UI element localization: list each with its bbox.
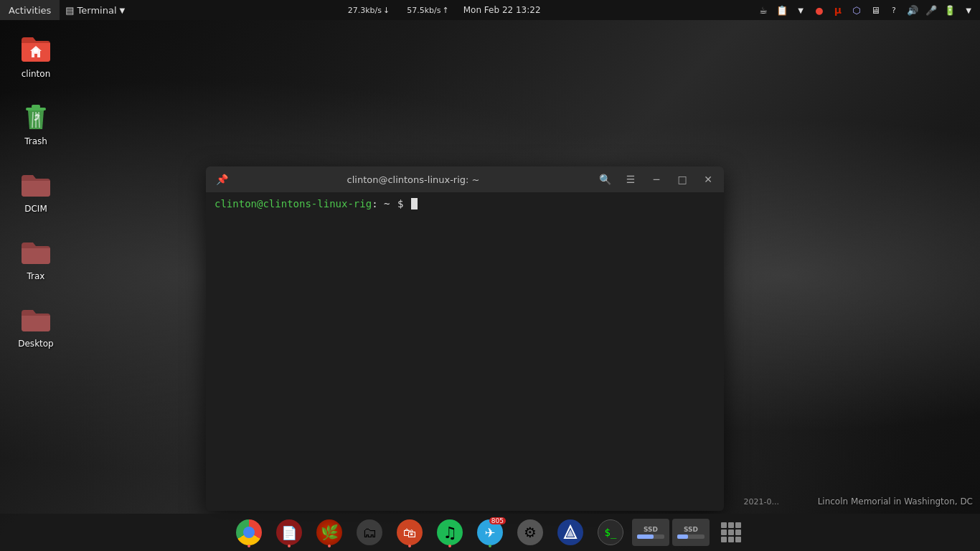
svg-rect-2: [32, 105, 40, 108]
terminal-minimize-button[interactable]: ─: [646, 169, 666, 189]
taskbar-mintmenu[interactable]: 🌿: [311, 516, 348, 549]
desktop-icon-dcim[interactable]: DCIM: [7, 164, 65, 217]
tray-menu-icon[interactable]: ▼: [960, 1, 977, 19]
desktop-icon-clinton[interactable]: clinton: [7, 29, 65, 82]
mintmenu-dot: [328, 545, 331, 547]
tray-dropdown-icon[interactable]: ▼: [792, 1, 809, 19]
topbar-center: 27.3kb/s ↓ 57.5kb/s ↑ Mon Feb 22 13:22: [131, 5, 755, 15]
evince-icon: 📄: [276, 519, 302, 545]
tray-help-icon[interactable]: ?: [885, 1, 903, 19]
datetime: Mon Feb 22 13:22: [463, 5, 541, 15]
taskbar-insync[interactable]: [552, 516, 589, 549]
taskbar-ssd1[interactable]: SSD: [632, 516, 669, 549]
appstore-icon: 🛍: [397, 519, 423, 545]
taskbar-telegram[interactable]: ✈ 805: [471, 516, 509, 549]
desktop-icon-desktop[interactable]: Desktop: [7, 298, 65, 352]
desktop: Activities ▤ Terminal ▼ 27.3kb/s ↓ 57.5k…: [0, 0, 980, 551]
maximize-icon: □: [677, 174, 687, 185]
ssd2-icon: SSD: [672, 519, 710, 546]
home-icon: [19, 32, 53, 66]
wallpaper-credit: Lincoln Memorial in Washington, DC: [818, 496, 973, 507]
telegram-badge: 805: [489, 517, 506, 524]
terminal-search-button[interactable]: 🔍: [595, 169, 615, 189]
terminal-icon: ▤: [65, 5, 74, 16]
desktop-icon-label: Desktop: [18, 339, 54, 349]
evince-dot: [288, 545, 291, 547]
taskbar-evince[interactable]: 📄: [270, 516, 308, 549]
hamburger-icon: ☰: [626, 174, 636, 185]
chrome-dot: [248, 545, 250, 547]
insync-icon: [557, 519, 583, 545]
upload-arrow-icon: ↑: [443, 6, 449, 15]
download-arrow-icon: ↓: [383, 6, 390, 15]
nemo-icon: 🗂: [357, 519, 382, 545]
close-icon: ✕: [704, 174, 712, 185]
terminal-close-button[interactable]: ✕: [698, 169, 718, 189]
activities-button[interactable]: Activities: [0, 0, 60, 20]
taskbar-appstore[interactable]: 🛍: [391, 516, 428, 549]
taskbar-spotify[interactable]: ♫: [431, 516, 468, 549]
terminal-body[interactable]: clinton@clintons-linux-rig : ~ $: [206, 192, 724, 511]
terminal-maximize-button[interactable]: □: [672, 169, 692, 189]
taskbar-ssd2[interactable]: SSD: [672, 516, 710, 549]
tray-coffee-icon[interactable]: ☕: [755, 1, 772, 19]
svg-line-5: [39, 112, 39, 128]
terminal-prompt: clinton@clintons-linux-rig : ~ $: [215, 198, 715, 209]
prompt-dollar: $: [391, 198, 409, 209]
ssd1-icon: SSD: [632, 519, 669, 546]
taskbar-terminal[interactable]: $_: [592, 516, 629, 549]
svg-rect-0: [34, 49, 38, 52]
prompt-path: : ~: [372, 198, 390, 209]
terminal-menu-hamburger[interactable]: ☰: [621, 169, 641, 189]
net-upload-speed: 57.5kb/s ↑: [404, 6, 452, 15]
spotify-dot: [448, 545, 451, 547]
tray-battery-icon[interactable]: 🔋: [941, 1, 958, 19]
terminal-titlebar: 📌 clinton@clintons-linux-rig: ~ 🔍 ☰ ─ □ …: [206, 166, 724, 192]
minimize-icon: ─: [654, 174, 659, 185]
terminal-window: 📌 clinton@clintons-linux-rig: ~ 🔍 ☰ ─ □ …: [206, 166, 724, 511]
svg-line-3: [32, 112, 33, 128]
settings-icon: ⚙: [517, 519, 543, 545]
tray-chrome-icon[interactable]: ●: [811, 1, 828, 19]
net-download-speed: 27.3kb/s ↓: [345, 6, 393, 15]
tray-mic-icon[interactable]: 🎤: [923, 1, 940, 19]
tray-volume-icon[interactable]: 🔊: [904, 1, 921, 19]
tray-insync-icon[interactable]: ⬡: [848, 1, 865, 19]
prompt-user: clinton@clintons-linux-rig: [215, 198, 372, 209]
taskbar-settings[interactable]: ⚙: [512, 516, 549, 549]
chevron-down-icon: ▼: [120, 6, 126, 14]
topbar-right: ☕ 📋 ▼ ● μ ⬡ 🖥 ? 🔊 🎤 🔋 ▼: [755, 1, 980, 19]
desktop-icons: clinton Trash: [7, 29, 65, 352]
appstore-dot: [408, 545, 411, 547]
terminal-cursor: [411, 198, 418, 209]
tray-ublock-icon[interactable]: μ: [829, 1, 847, 19]
desktop-folder-icon: [19, 301, 53, 336]
app-grid-icon: [721, 522, 741, 542]
terminal-title: clinton@clintons-linux-rig: ~: [237, 174, 589, 185]
spotify-icon: ♫: [437, 519, 463, 545]
pin-icon: 📌: [216, 174, 228, 185]
trax-folder-icon: [19, 234, 53, 268]
topbar: Activities ▤ Terminal ▼ 27.3kb/s ↓ 57.5k…: [0, 0, 980, 20]
taskbar: 📄 🌿 🗂 🛍 ♫: [0, 514, 980, 551]
clinton-icon-label: clinton: [22, 69, 51, 79]
telegram-dot: [489, 545, 491, 547]
taskbar-nemo[interactable]: 🗂: [351, 516, 388, 549]
tray-screen-icon[interactable]: 🖥: [867, 1, 884, 19]
wallpaper-date: 2021-0...: [744, 497, 779, 507]
terminal-pin-button[interactable]: 📌: [212, 169, 232, 189]
taskbar-chrome[interactable]: [230, 516, 268, 549]
desktop-icon-trash[interactable]: Trash: [7, 96, 65, 149]
mintmenu-icon: 🌿: [316, 519, 342, 545]
terminal-taskbar-icon: $_: [598, 519, 623, 545]
tray-clipboard-icon[interactable]: 📋: [773, 1, 791, 19]
desktop-icon-trax[interactable]: Trax: [7, 231, 65, 284]
chrome-icon: [236, 519, 262, 545]
trash-icon: [19, 99, 53, 133]
trash-icon-label: Trash: [24, 136, 47, 146]
search-icon: 🔍: [599, 174, 611, 185]
dcim-icon-label: DCIM: [24, 204, 47, 214]
terminal-menu-button[interactable]: ▤ Terminal ▼: [60, 0, 131, 20]
taskbar-app-grid[interactable]: [712, 516, 750, 549]
trax-icon-label: Trax: [27, 271, 45, 281]
